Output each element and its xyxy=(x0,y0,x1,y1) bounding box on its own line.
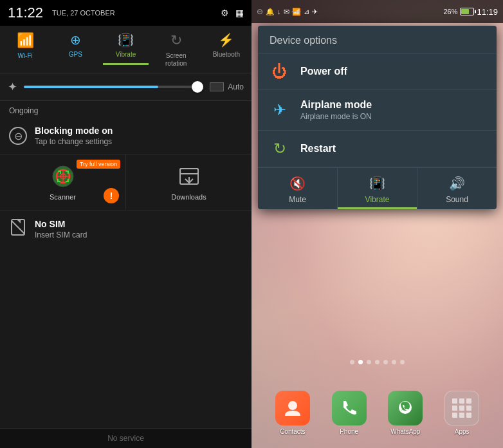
blocking-mode-text: Blocking mode on Tap to change settings xyxy=(35,126,113,146)
power-off-option[interactable]: ⏻ Power off xyxy=(258,53,497,90)
apps-icon xyxy=(444,391,479,425)
dot-1[interactable] xyxy=(350,360,354,364)
airplane-status-icon: ✈ xyxy=(312,8,318,16)
mute-option[interactable]: 🔇 Mute xyxy=(258,168,338,209)
ongoing-section-label: Ongoing xyxy=(0,101,252,118)
auto-brightness[interactable]: Auto xyxy=(210,82,244,91)
nosim-text: No SIM Insert SIM card xyxy=(35,219,87,239)
nosim-subtitle: Insert SIM card xyxy=(35,230,87,239)
svg-rect-5 xyxy=(180,169,198,184)
scanner-label: Scanner xyxy=(50,193,76,201)
scanner-app-item[interactable]: Scanner Try full version ! xyxy=(0,154,126,210)
bluetooth-label: Bluetooth xyxy=(213,51,240,59)
gps-toggle[interactable]: ⊕ GPS xyxy=(50,26,100,73)
phone-icon xyxy=(332,391,367,425)
dot-2-active[interactable] xyxy=(358,360,363,364)
power-icon: ⏻ xyxy=(270,62,290,80)
dock-whatsapp[interactable]: WhatsApp xyxy=(388,391,423,435)
auto-checkbox[interactable] xyxy=(210,82,224,91)
downloads-icon-wrap xyxy=(176,163,202,189)
date-display: TUE, 27 OCTOBER xyxy=(52,9,115,17)
blocking-mode-notification[interactable]: ⊖ Blocking mode on Tap to change setting… xyxy=(0,118,252,154)
whatsapp-icon xyxy=(388,391,423,425)
brightness-slider[interactable] xyxy=(24,86,203,88)
dot-6[interactable] xyxy=(392,360,396,364)
download-indicator: ↓ xyxy=(277,8,281,15)
dock-apps[interactable]: Apps xyxy=(444,391,479,435)
dock-contacts[interactable]: Contacts xyxy=(275,391,310,435)
device-options-title: Device options xyxy=(258,26,497,53)
blocking-mode-icon: ⊖ xyxy=(9,127,27,145)
vibrate-toggle[interactable]: 📳 Vibrate xyxy=(100,26,151,73)
power-off-label: Power off xyxy=(300,66,347,77)
vibrate-sound-label: Vibrate xyxy=(365,195,390,204)
whatsapp-label: WhatsApp xyxy=(390,428,420,435)
status-bar-left: 11:22 TUE, 27 OCTOBER ⚙ ▦ xyxy=(0,0,252,26)
signal-off-icon: 📶 xyxy=(292,8,301,16)
airplane-mode-label: Airplane mode xyxy=(300,99,372,111)
notification-icon: 🔔 xyxy=(266,8,275,16)
vibrate-sound-option[interactable]: 📳 Vibrate xyxy=(338,168,417,209)
dot-4[interactable] xyxy=(375,360,380,364)
dot-7[interactable] xyxy=(400,360,405,364)
wifi-toggle[interactable]: 📶 Wi-Fi xyxy=(0,26,50,73)
blocking-mode-title: Blocking mode on xyxy=(35,126,113,136)
mute-icon: 🔇 xyxy=(289,176,306,191)
brightness-thumb xyxy=(192,81,203,93)
vibrate-icon: 📳 xyxy=(118,32,134,48)
auto-label: Auto xyxy=(228,82,244,91)
sound-label: Sound xyxy=(446,195,468,204)
battery-fill xyxy=(461,9,469,14)
left-status-icons: ⊖ 🔔 ↓ ✉ 📶 ⊿ ✈ xyxy=(257,7,318,16)
nosim-notification: No SIM Insert SIM card xyxy=(0,210,252,248)
dot-3[interactable] xyxy=(367,360,371,364)
bottom-service-status: No service xyxy=(0,428,252,448)
battery-icon xyxy=(460,8,474,15)
gps-icon: ⊕ xyxy=(70,32,81,48)
downloads-app-item[interactable]: Downloads xyxy=(126,154,252,210)
restart-icon: ↻ xyxy=(270,140,290,158)
page-dots xyxy=(252,360,503,364)
svg-line-10 xyxy=(12,221,24,234)
nosim-title: No SIM xyxy=(35,219,87,229)
airplane-mode-subtitle: Airplane mode is ON xyxy=(300,112,372,121)
nosim-icon xyxy=(9,218,27,240)
screen-rotation-icon: ↻ xyxy=(170,32,182,49)
sound-icon: 🔊 xyxy=(449,176,465,191)
scanner-icon xyxy=(50,163,76,189)
airplane-mode-option[interactable]: ✈ Airplane mode Airplane mode is ON xyxy=(258,90,497,131)
power-off-text: Power off xyxy=(300,66,347,77)
svg-rect-6 xyxy=(180,169,198,174)
battery-percent: 26% xyxy=(443,8,457,15)
airplane-icon: ✈ xyxy=(270,101,290,119)
scanner-icon-wrap xyxy=(50,163,76,189)
restart-option[interactable]: ↻ Restart xyxy=(258,131,497,167)
vibrate-sound-icon: 📳 xyxy=(369,176,385,191)
phone-label: Phone xyxy=(340,428,358,435)
vibrate-label: Vibrate xyxy=(116,51,136,59)
grid-icon[interactable]: ▦ xyxy=(235,8,244,18)
left-panel: 11:22 TUE, 27 OCTOBER ⚙ ▦ 📶 Wi-Fi ⊕ GPS … xyxy=(0,0,252,448)
email-icon: ✉ xyxy=(284,8,289,16)
sound-option[interactable]: 🔊 Sound xyxy=(417,168,497,209)
svg-point-11 xyxy=(288,401,297,410)
downloads-icon xyxy=(176,163,202,189)
contacts-icon xyxy=(275,391,310,425)
dot-5[interactable] xyxy=(383,360,388,364)
try-full-version-badge[interactable]: Try full version xyxy=(77,160,120,169)
quick-toggles: 📶 Wi-Fi ⊕ GPS 📳 Vibrate ↻ Screenrotation… xyxy=(0,26,252,73)
device-options-popup: Device options ⏻ Power off ✈ Airplane mo… xyxy=(258,26,497,209)
settings-icon[interactable]: ⚙ xyxy=(221,8,229,18)
dock-phone[interactable]: Phone xyxy=(332,391,367,435)
bluetooth-toggle[interactable]: ⚡ Bluetooth xyxy=(201,26,252,73)
app-row: Scanner Try full version ! Downloads xyxy=(0,154,252,210)
wifi-icon: 📶 xyxy=(17,32,34,49)
wifi-label: Wi-Fi xyxy=(17,52,32,60)
sound-options: 🔇 Mute 📳 Vibrate 🔊 Sound xyxy=(258,167,497,209)
gps-label: GPS xyxy=(69,51,82,59)
screen-rotation-toggle[interactable]: ↻ Screenrotation xyxy=(151,26,201,73)
try-badge-alert-icon: ! xyxy=(104,188,119,203)
minus-icon: ⊖ xyxy=(257,7,263,16)
status-icons: ⚙ ▦ xyxy=(221,8,244,18)
apps-label: Apps xyxy=(455,428,470,435)
